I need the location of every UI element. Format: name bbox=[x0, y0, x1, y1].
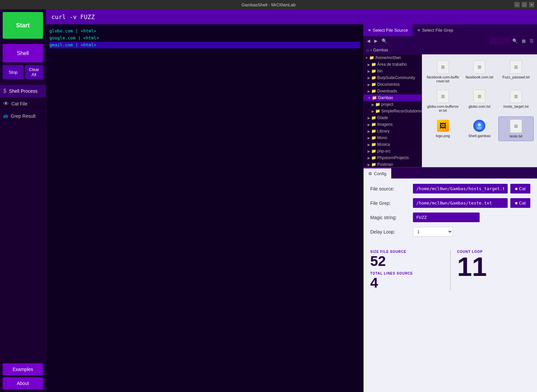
file-name: hosts_target.txt bbox=[504, 104, 529, 108]
minimize-button[interactable]: – bbox=[514, 2, 520, 7]
shell-button[interactable]: Shell bbox=[3, 44, 43, 62]
stat-count-value: 11 bbox=[457, 254, 531, 280]
sidebar: Start Shell Stop Clear All $ Shell Proce… bbox=[0, 9, 46, 392]
file-grep-label: File Grep: bbox=[370, 201, 410, 206]
tree-item-imagens[interactable]: ▶ 📁 Imagens bbox=[364, 121, 422, 128]
file-source-tab-icon: ≡ bbox=[368, 28, 371, 33]
file-grep-row: File Grep: ■ Cat bbox=[370, 198, 530, 208]
delay-loop-label: Delay Loop: bbox=[370, 229, 410, 235]
content-area: curl -v FUZZ globo.com | <html> google.c… bbox=[46, 9, 537, 392]
tab-file-grep[interactable]: ≡ Select File Grep bbox=[413, 24, 458, 36]
titlebar: GambasShell - MrCl0wnLab – □ × bbox=[0, 0, 537, 9]
file-item-hosts-target[interactable]: ≡ hosts_target.txt bbox=[498, 87, 534, 115]
file-grep-tab-icon: ≡ bbox=[418, 28, 420, 33]
tree-item-documentos[interactable]: ▶ 📁 Documentos bbox=[364, 81, 422, 88]
file-item-facebook-com[interactable]: ≡ facebook.com.txt bbox=[462, 58, 497, 86]
search-toolbar-button[interactable]: 🔍 bbox=[380, 38, 388, 44]
file-item-facebook-bufferover[interactable]: ≡ facebook.com-bufferover.txt bbox=[425, 58, 461, 86]
view-toggle-button[interactable]: ▦ bbox=[520, 38, 527, 44]
terminal-line: google.com | <html> bbox=[49, 35, 360, 42]
file-name: Fuzz_passwd.txt bbox=[502, 75, 530, 79]
view-list-button[interactable]: ☰ bbox=[528, 38, 535, 44]
close-button[interactable]: × bbox=[529, 2, 534, 7]
browser-search-input[interactable] bbox=[490, 38, 510, 44]
terminal-panel[interactable]: globo.com | <html> google.com | <html> g… bbox=[46, 24, 364, 392]
stats-divider bbox=[450, 250, 451, 291]
file-item-fuzz-passwd[interactable]: ≡ Fuzz_passwd.txt bbox=[498, 58, 534, 86]
stop-button[interactable]: Stop bbox=[3, 65, 24, 79]
cat-label2: Cat bbox=[519, 201, 526, 206]
file-name: globo.com-bufferover.txt bbox=[427, 104, 459, 112]
tab-file-source[interactable]: ≡ Select File Source bbox=[364, 24, 413, 36]
file-item-teste[interactable]: ≡ teste.txt bbox=[498, 116, 534, 141]
file-item-shell-gambas[interactable]: Shell.gambas bbox=[462, 116, 497, 141]
stat-total-label: TOTAL LINES SOURCE bbox=[370, 272, 444, 275]
file-item-globo-com[interactable]: ≡ globo.com.txt bbox=[462, 87, 497, 115]
tree-item-gambas[interactable]: ▼ 📁 Gambas bbox=[364, 94, 422, 101]
titlebar-controls[interactable]: – □ × bbox=[514, 2, 534, 7]
tree-item-burp[interactable]: ▶ 📁 BurpSuiteCommunity bbox=[364, 74, 422, 81]
about-button[interactable]: About bbox=[3, 377, 43, 389]
sidebar-item-cat-file[interactable]: 👁 Cat File bbox=[0, 97, 46, 110]
file-grep-cat-button[interactable]: ■ Cat bbox=[510, 198, 530, 208]
file-browser: ▼ 📁 /home/mcl0wn ▶ 📁 Área de trabalho ▶ … bbox=[364, 54, 537, 168]
file-source-label: File source: bbox=[370, 186, 410, 191]
config-tab-label: Config bbox=[374, 171, 387, 176]
maximize-button[interactable]: □ bbox=[522, 2, 527, 7]
back-button[interactable]: ◀ bbox=[366, 38, 372, 44]
home-icon[interactable]: ⌂ bbox=[366, 47, 369, 53]
magic-string-input[interactable] bbox=[413, 213, 480, 222]
tree-item-musica[interactable]: ▶ 📁 Música bbox=[364, 141, 422, 148]
tree-item-postman[interactable]: ▶ 📁 Postman bbox=[364, 161, 422, 167]
examples-button[interactable]: Examples bbox=[3, 363, 43, 375]
tree-item-glade[interactable]: ▶ 📁 Glade bbox=[364, 114, 422, 121]
command-text: curl -v FUZZ bbox=[51, 13, 95, 20]
svg-point-1 bbox=[477, 127, 482, 129]
file-name: logo.png bbox=[436, 134, 450, 138]
start-button[interactable]: Start bbox=[3, 12, 43, 39]
file-source-cat-button[interactable]: ■ Cat bbox=[510, 184, 530, 193]
tree-item-php-src[interactable]: ▶ 📁 php-src bbox=[364, 148, 422, 154]
sidebar-item-grep-result[interactable]: ab Grep Result bbox=[0, 110, 46, 122]
forward-button[interactable]: ▶ bbox=[373, 38, 379, 44]
tree-item-home[interactable]: ▼ 📁 /home/mcl0wn bbox=[364, 54, 422, 61]
breadcrumb-path[interactable]: Gambas bbox=[373, 48, 388, 52]
command-bar: curl -v FUZZ bbox=[46, 9, 537, 24]
delay-loop-select[interactable]: 1 2 3 bbox=[413, 227, 453, 237]
eye-icon: 👁 bbox=[3, 101, 9, 107]
tab-config[interactable]: ⚙ Config bbox=[364, 168, 391, 178]
dollar-icon: $ bbox=[3, 88, 6, 94]
file-name: Shell.gambas bbox=[468, 134, 491, 138]
right-panel: ≡ Select File Source ≡ Select File Grep … bbox=[364, 24, 537, 392]
stats-area: SIZE FILE SOURCE 52 TOTAL LINES SOURCE 4… bbox=[364, 247, 537, 296]
file-name: teste.txt bbox=[510, 134, 523, 138]
config-tabs: ⚙ Config bbox=[364, 168, 537, 178]
cat-icon: ■ bbox=[515, 186, 518, 191]
tree-item-area-trabalho[interactable]: ▶ 📁 Área de trabalho bbox=[364, 61, 422, 68]
tree-item-mono[interactable]: ▶ 📁 Mono bbox=[364, 134, 422, 141]
tree-item-project[interactable]: ▶ 📁 project bbox=[364, 101, 422, 108]
config-tab-icon: ⚙ bbox=[368, 171, 372, 176]
tree-item-library[interactable]: ▶ 📁 Library bbox=[364, 128, 422, 134]
file-source-tab-label: Select File Source bbox=[373, 28, 408, 33]
files-grid: ≡ facebook.com-bufferover.txt ≡ facebook… bbox=[422, 54, 537, 167]
file-item-logo[interactable]: 🖼 logo.png bbox=[425, 116, 461, 141]
file-name: facebook.com.txt bbox=[466, 75, 493, 79]
tree-item-phpstorm[interactable]: ▶ 📁 PhpstormProjects bbox=[364, 154, 422, 161]
ab-icon: ab bbox=[3, 114, 8, 118]
file-grep-input[interactable] bbox=[413, 198, 508, 208]
tree-item-bin[interactable]: ▶ 📁 bin bbox=[364, 68, 422, 74]
search-go-button[interactable]: 🔍 bbox=[511, 38, 519, 44]
terminal-line: gmail.com | <html> bbox=[49, 42, 360, 49]
tree-item-simplerecon[interactable]: ▶ 📁 SimpleReconSubdomain bbox=[364, 108, 422, 114]
tree-panel[interactable]: ▼ 📁 /home/mcl0wn ▶ 📁 Área de trabalho ▶ … bbox=[364, 54, 422, 167]
file-tabs: ≡ Select File Source ≡ Select File Grep bbox=[364, 24, 537, 36]
clear-button[interactable]: Clear All bbox=[25, 65, 43, 79]
magic-string-row: Magic string: bbox=[370, 213, 530, 222]
tree-item-downloads[interactable]: ▶ 📁 Downloads bbox=[364, 88, 422, 94]
file-source-input[interactable] bbox=[413, 184, 508, 193]
file-item-globo-bufferover[interactable]: ≡ globo.com-bufferover.txt bbox=[425, 87, 461, 115]
cat-label: Cat bbox=[519, 186, 526, 191]
file-name: globo.com.txt bbox=[469, 104, 490, 108]
sidebar-item-shell-process[interactable]: $ Shell Process bbox=[0, 85, 46, 97]
